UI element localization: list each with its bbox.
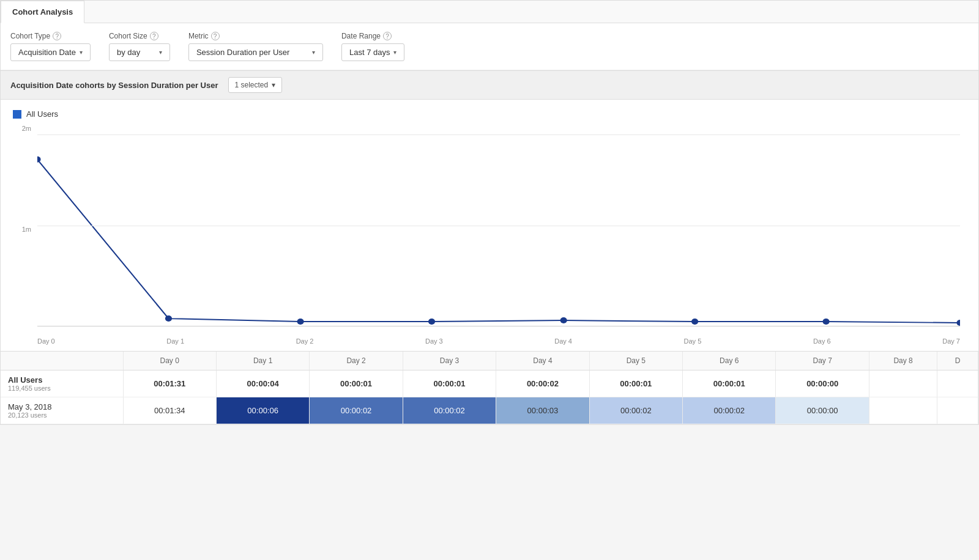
chart-point-1[interactable] — [165, 315, 172, 322]
cohort-type-dropdown[interactable]: Acquisition Date ▾ — [10, 43, 91, 61]
date-range-caret-icon: ▾ — [393, 49, 396, 56]
cell-all-day1: 00:00:04 — [216, 370, 309, 397]
gridline-top — [37, 134, 960, 135]
chart-point-4[interactable] — [560, 317, 567, 323]
table-section: Day 0 Day 1 Day 2 Day 3 Day 4 Day 5 Day … — [1, 351, 978, 424]
cohort-table: Day 0 Day 1 Day 2 Day 3 Day 4 Day 5 Day … — [1, 352, 978, 424]
cell-may3-day7: 00:00:00 — [776, 397, 869, 424]
cell-all-day0: 00:01:31 — [123, 370, 216, 397]
x-label-day2: Day 2 — [296, 337, 314, 345]
metric-label: Metric ? — [188, 32, 323, 40]
x-label-day6: Day 6 — [813, 337, 831, 345]
cell-all-day5: 00:00:01 — [589, 370, 682, 397]
cell-all-day4: 00:00:02 — [496, 370, 589, 397]
col-header-day0: Day 0 — [123, 352, 216, 370]
metric-dropdown[interactable]: Session Duration per User ▾ — [188, 43, 323, 61]
cell-all-day6: 00:00:01 — [683, 370, 776, 397]
x-label-day7: Day 7 — [942, 337, 960, 345]
chart-legend: All Users — [13, 109, 966, 119]
table-header-row: Day 0 Day 1 Day 2 Day 3 Day 4 Day 5 Day … — [1, 352, 978, 370]
chart-point-6[interactable] — [822, 319, 829, 325]
y-axis: 2m 1m — [13, 125, 31, 345]
date-range-group: Date Range ? Last 7 days ▾ — [341, 32, 405, 61]
cohort-size-group: Cohort Size ? by day ▾ — [109, 32, 170, 61]
row-label-all-users: All Users 119,455 users — [1, 370, 123, 397]
date-range-label: Date Range ? — [341, 32, 405, 40]
selected-caret-icon: ▾ — [272, 81, 275, 89]
x-label-day1: Day 1 — [166, 337, 184, 345]
metric-group: Metric ? Session Duration per User ▾ — [188, 32, 323, 61]
col-header-d: D — [937, 352, 978, 370]
tab-bar: Cohort Analysis — [1, 1, 978, 23]
x-label-day0: Day 0 — [37, 337, 55, 345]
date-range-dropdown[interactable]: Last 7 days ▾ — [341, 43, 405, 61]
chart-point-7[interactable] — [956, 320, 960, 326]
date-range-help-icon[interactable]: ? — [383, 32, 392, 40]
cohort-type-label: Cohort Type ? — [10, 32, 91, 40]
col-header-label — [1, 352, 123, 370]
cell-may3-day5: 00:00:02 — [589, 397, 682, 424]
cohort-type-caret-icon: ▾ — [80, 49, 83, 56]
cell-may3-day4: 00:00:03 — [496, 397, 589, 424]
legend-label: All Users — [26, 109, 58, 119]
row-label-may3: May 3, 2018 20,123 users — [1, 397, 123, 424]
chart-point-3[interactable] — [428, 319, 435, 325]
cell-may3-day8 — [869, 397, 937, 424]
chart-wrapper: 2m 1m — [13, 125, 966, 345]
cell-all-d — [937, 370, 978, 397]
x-label-day5: Day 5 — [684, 337, 702, 345]
y-label-1m: 1m — [13, 226, 31, 233]
cohort-size-dropdown[interactable]: by day ▾ — [109, 43, 170, 61]
y-label-2m: 2m — [13, 125, 31, 132]
controls-row: Cohort Type ? Acquisition Date ▾ Cohort … — [1, 23, 978, 70]
app-container: Cohort Analysis Cohort Type ? Acquisitio… — [0, 0, 979, 425]
cohort-size-help-icon[interactable]: ? — [150, 32, 158, 40]
cell-may3-d — [937, 397, 978, 424]
section-title: Acquisition Date cohorts by Session Dura… — [10, 81, 218, 90]
cell-all-day8 — [869, 370, 937, 397]
cohort-size-caret-icon: ▾ — [159, 49, 162, 56]
table-row-all-users: All Users 119,455 users 00:01:31 00:00:0… — [1, 370, 978, 397]
cell-all-day7: 00:00:00 — [776, 370, 869, 397]
table-row-may3: May 3, 2018 20,123 users 00:01:34 00:00:… — [1, 397, 978, 424]
gridline-mid — [37, 226, 960, 226]
cell-may3-day0: 00:01:34 — [123, 397, 216, 424]
cohort-analysis-tab[interactable]: Cohort Analysis — [1, 1, 84, 23]
cell-may3-day2: 00:00:02 — [310, 397, 403, 424]
selected-dropdown[interactable]: 1 selected ▾ — [228, 77, 283, 93]
cohort-size-label: Cohort Size ? — [109, 32, 170, 40]
col-header-day6: Day 6 — [683, 352, 776, 370]
cohort-type-group: Cohort Type ? Acquisition Date ▾ — [10, 32, 91, 61]
cohort-type-help-icon[interactable]: ? — [53, 32, 61, 40]
col-header-day3: Day 3 — [403, 352, 496, 370]
chart-area: All Users 2m 1m — [1, 100, 978, 351]
x-label-day3: Day 3 — [425, 337, 443, 345]
cell-may3-day1: 00:00:06 — [216, 397, 309, 424]
col-header-day5: Day 5 — [589, 352, 682, 370]
chart-plot — [37, 125, 960, 326]
chart-point-5[interactable] — [691, 319, 698, 325]
x-label-day4: Day 4 — [554, 337, 572, 345]
col-header-day2: Day 2 — [310, 352, 403, 370]
chart-point-0[interactable] — [37, 157, 41, 163]
cell-all-day3: 00:00:01 — [403, 370, 496, 397]
section-header: Acquisition Date cohorts by Session Dura… — [1, 70, 978, 100]
col-header-day4: Day 4 — [496, 352, 589, 370]
cell-may3-day3: 00:00:02 — [403, 397, 496, 424]
col-header-day8: Day 8 — [869, 352, 937, 370]
chart-line — [37, 160, 960, 323]
metric-help-icon[interactable]: ? — [211, 32, 220, 40]
metric-caret-icon: ▾ — [312, 49, 315, 56]
x-axis: Day 0 Day 1 Day 2 Day 3 Day 4 Day 5 Day … — [37, 337, 960, 345]
cell-all-day2: 00:00:01 — [310, 370, 403, 397]
legend-color-box — [13, 110, 21, 119]
col-header-day7: Day 7 — [776, 352, 869, 370]
cell-may3-day6: 00:00:02 — [683, 397, 776, 424]
chart-point-2[interactable] — [297, 319, 303, 325]
col-header-day1: Day 1 — [216, 352, 309, 370]
